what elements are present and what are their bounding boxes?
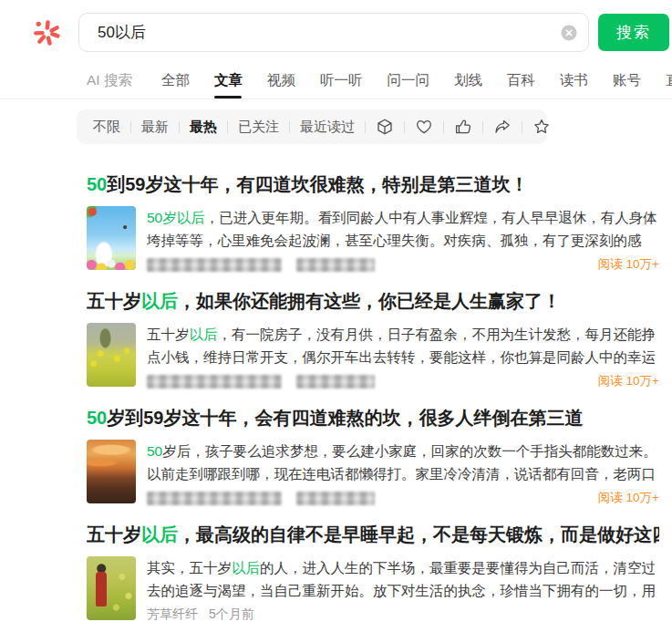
- tab-articles[interactable]: 文章: [214, 63, 243, 98]
- filter-hottest[interactable]: 最热: [190, 119, 217, 136]
- result-thumbnail[interactable]: [87, 440, 136, 503]
- highlighted-keyword: 以后: [141, 524, 178, 544]
- filter-unlimited[interactable]: 不限: [93, 119, 120, 136]
- result-snippet[interactable]: 50岁后，孩子要么追求梦想，要么建小家庭，回家的次数一个手指头都能数过来。以前走…: [147, 440, 659, 485]
- blurred-author: [147, 492, 282, 505]
- highlighted-keyword: 50: [147, 443, 162, 459]
- search-input[interactable]: [98, 24, 561, 42]
- filter-bar: 不限 最新 最热 已关注 最近读过: [77, 109, 547, 144]
- star-icon[interactable]: [532, 118, 551, 136]
- read-count: 阅读 10万+: [598, 256, 659, 273]
- package-icon[interactable]: [376, 118, 394, 136]
- text-part: 其实，五十岁: [147, 560, 232, 575]
- heart-icon[interactable]: [415, 118, 433, 136]
- result-title[interactable]: 50到59岁这十年，有四道坎很难熬，特别是第三道坎！: [87, 171, 659, 197]
- highlighted-keyword: 50: [87, 174, 107, 194]
- search-button[interactable]: 搜索: [598, 14, 669, 51]
- divider: [365, 121, 366, 133]
- tab-all[interactable]: 全部: [161, 63, 190, 98]
- text-part: 五十岁: [87, 524, 141, 544]
- app-logo-asterisk-icon[interactable]: [33, 19, 60, 47]
- blurred-author: [147, 258, 282, 272]
- divider: [522, 121, 522, 133]
- result-title[interactable]: 五十岁以后，如果你还能拥有这些，你已经是人生赢家了！: [87, 288, 659, 314]
- tab-books[interactable]: 读书: [560, 63, 588, 98]
- tab-ai-search[interactable]: AI 搜索: [87, 63, 132, 98]
- result-snippet[interactable]: 其实，五十岁以后的人，进入人生的下半场，最重要是要懂得为自己而活，清空过去的追逐…: [147, 556, 659, 602]
- filter-followed[interactable]: 已关注: [238, 119, 279, 136]
- divider: [130, 121, 131, 133]
- result-item: 50到59岁这十年，有四道坎很难熬，特别是第三道坎！ 50岁以后，已进入更年期。…: [87, 171, 659, 272]
- divider: [227, 121, 228, 133]
- share-icon[interactable]: [493, 118, 512, 136]
- text-part: 岁后，孩子要么追求梦想，要么建小家庭，回家的次数一个手指头都能数过来。以前走到哪…: [147, 443, 657, 485]
- tab-accounts[interactable]: 账号: [613, 63, 641, 98]
- filter-recently-read[interactable]: 最近读过: [300, 119, 355, 136]
- blurred-author-extra: [296, 375, 375, 389]
- read-count: 阅读 10万+: [598, 490, 659, 506]
- tab-underlines[interactable]: 划线: [454, 63, 482, 98]
- highlighted-keyword: 50: [87, 408, 107, 428]
- search-results: 50到59岁这十年，有四道坎很难熬，特别是第三道坎！ 50岁以后，已进入更年期。…: [87, 171, 659, 622]
- search-box[interactable]: [78, 13, 589, 52]
- text-part: 岁到59岁这十年，会有四道难熬的坎，很多人绊倒在第三道: [107, 408, 583, 428]
- result-title[interactable]: 五十岁以后，最高级的自律不是早睡早起，不是每天锻炼，而是做好这四件事: [87, 522, 659, 547]
- tab-videos[interactable]: 视频: [267, 63, 295, 98]
- text-part: 五十岁: [147, 327, 190, 342]
- result-timestamp: 5个月前: [209, 606, 254, 622]
- result-author[interactable]: 芳草纤纤: [147, 606, 198, 622]
- divider: [443, 121, 444, 133]
- text-part: ，如果你还能拥有这些，你已经是人生赢家了！: [178, 291, 561, 311]
- result-snippet[interactable]: 50岁以后，已进入更年期。看到同龄人中有人事业辉煌，有人早早退休，有人身体垮掉等…: [147, 206, 659, 252]
- thumbs-up-icon[interactable]: [454, 118, 472, 136]
- text-part: ，有一院房子，没有月供，日子有盈余，不用为生计发愁，每月还能挣点小钱，维持日常开…: [147, 327, 656, 368]
- text-part: 五十岁: [87, 291, 141, 311]
- text-part: ，已进入更年期。看到同龄人中有人事业辉煌，有人早早退休，有人身体垮掉等等，心里难…: [147, 210, 657, 252]
- highlighted-keyword: 以后: [141, 291, 178, 311]
- result-thumbnail[interactable]: [87, 206, 136, 270]
- search-category-tabs: AI 搜索 全部 文章 视频 听一听 问一问 划线 百科 读书 账号 直播: [0, 63, 672, 99]
- highlighted-keyword: 以后: [232, 560, 260, 575]
- tab-listen[interactable]: 听一听: [320, 63, 363, 98]
- result-item: 五十岁以后，最高级的自律不是早睡早起，不是每天锻炼，而是做好这四件事 其实，五十…: [87, 522, 659, 622]
- tab-live[interactable]: 直播: [666, 63, 672, 98]
- text-part: 到59岁这十年，有四道坎很难熬，特别是第三道坎！: [107, 174, 528, 194]
- result-item: 五十岁以后，如果你还能拥有这些，你已经是人生赢家了！ 五十岁以后，有一院房子，没…: [87, 288, 659, 389]
- text-part: ，最高级的自律不是早睡早起，不是每天锻炼，而是做好这四件事: [178, 524, 659, 544]
- clear-search-icon[interactable]: [561, 25, 577, 41]
- result-thumbnail[interactable]: [87, 323, 136, 387]
- divider: [404, 121, 405, 133]
- blurred-author-extra: [296, 258, 375, 272]
- blurred-author-extra: [296, 492, 375, 505]
- divider: [482, 121, 483, 133]
- highlighted-keyword: 50岁以后: [147, 210, 205, 225]
- result-snippet[interactable]: 五十岁以后，有一院房子，没有月供，日子有盈余，不用为生计发愁，每月还能挣点小钱，…: [147, 323, 659, 368]
- tab-wiki[interactable]: 百科: [507, 63, 535, 98]
- result-thumbnail[interactable]: [87, 556, 136, 620]
- result-title[interactable]: 50岁到59岁这十年，会有四道难熬的坎，很多人绊倒在第三道: [87, 405, 659, 430]
- divider: [289, 121, 290, 133]
- search-header: 搜索: [0, 0, 672, 52]
- filter-newest[interactable]: 最新: [141, 119, 169, 136]
- tab-ask[interactable]: 问一问: [387, 63, 429, 98]
- divider: [179, 121, 180, 133]
- blurred-author: [147, 375, 282, 389]
- read-count: 阅读 10万+: [598, 373, 659, 389]
- result-item: 50岁到59岁这十年，会有四道难熬的坎，很多人绊倒在第三道 50岁后，孩子要么追…: [87, 405, 659, 505]
- highlighted-keyword: 以后: [190, 327, 218, 342]
